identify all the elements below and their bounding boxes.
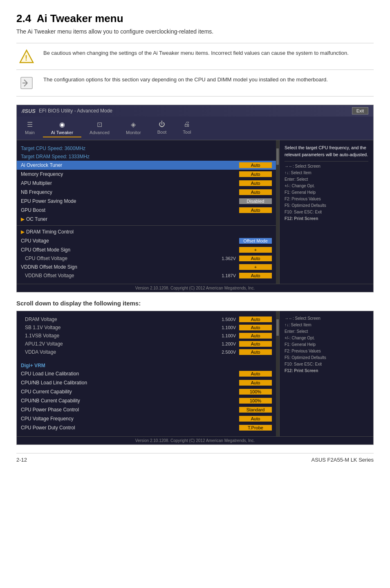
section-heading: Ai Tweaker menu [37,12,123,25]
section-description: The Ai Tweaker menu items allow you to c… [16,28,374,35]
vdda-voltage-col: 2.500V [190,350,239,355]
nb-frequency-row[interactable]: NB Frequency Auto [17,188,276,197]
dram-voltage-row[interactable]: DRAM Voltage 1.500V Auto [17,315,276,323]
nav-boot-label: Boot [157,130,167,135]
nav-monitor[interactable]: ◈ Monitor [118,119,149,137]
section-title: 2.4 Ai Tweaker menu [16,12,374,25]
cpu-nb-load-line-row[interactable]: CPU/NB Load Line Calibration Auto [17,378,276,387]
bios-scrollbar-2[interactable] [276,311,279,436]
main-icon: ☰ [27,121,33,128]
bios-title: EFI BIOS Utility - Advanced Mode [39,108,112,114]
info-notice: The configuration options for this secti… [16,70,374,97]
apu1-2v-row[interactable]: APU1.2V Voltage 1.200V Auto [17,340,276,348]
vsb-1-1v-label: 1.1VSB Voltage [25,333,190,339]
cpu-voltage-frequency-row[interactable]: CPU Voltage Frequency Auto [17,414,276,423]
cpu-voltage-frequency-label: CPU Voltage Frequency [21,416,239,422]
vdda-voltage-label: VDDA Voltage [25,349,190,355]
monitor-icon: ◈ [131,121,136,128]
vddnb-offset-mode-sign-value: + [239,264,272,270]
section-number: 2.4 [16,12,31,25]
cpu-current-capability-value: 100% [239,389,272,395]
tool-icon: 🖨 [184,121,190,128]
gpu-boost-row[interactable]: GPU Boost Auto [17,206,276,215]
nav-main[interactable]: ☰ Main [17,119,43,137]
scrollbar-thumb-2 [276,319,279,336]
apu-multiplier-row[interactable]: APU Multiplier Auto [17,179,276,188]
bios-body-2: DRAM Voltage 1.500V Auto SB 1.1V Voltage… [17,311,373,436]
bios-status-bar-1: Version 2.10.1208. Copyright (C) 2012 Am… [17,284,373,292]
apu1-2v-col: 1.200V [190,341,239,346]
advanced-icon: ⊡ [97,121,102,128]
cpu-offset-mode-sign-row[interactable]: CPU Offset Mode Sign + [17,245,276,254]
sb-1-1v-label: SB 1.1V Voltage [25,325,190,330]
bios-main-content: Target CPU Speed: 3600MHz Target DRAM Sp… [17,140,276,284]
sb-1-1v-row[interactable]: SB 1.1V Voltage 1.100V Auto [17,323,276,332]
oc-tuner-label: OC Tuner [26,216,272,222]
bios-sidebar-1: Select the target CPU frequency, and the… [279,140,373,284]
dram-timing-row[interactable]: ▶ DRAM Timing Control [17,227,276,236]
info-icon [16,76,37,90]
divider-1 [17,225,276,226]
vsb-1-1v-row[interactable]: 1.1VSB Voltage 1.100V Auto [17,332,276,340]
cpu-nb-current-capability-row[interactable]: CPU/NB Current Capability 100% [17,396,276,405]
cpu-nb-load-line-label: CPU/NB Load Line Calibration [21,380,239,386]
nav-tool[interactable]: 🖨 Tool [175,119,199,137]
cpu-offset-voltage-value: Auto [239,256,272,261]
cpu-voltage-label: CPU Voltage [21,238,239,244]
bios-sidebar-info: Select the target CPU frequency, and the… [285,144,368,158]
target-dram-speed: Target DRAM Speed: 1333MHz [17,153,276,161]
ai-overclock-tuner-label: Ai Overclock Tuner [21,162,239,168]
nav-boot[interactable]: ⏻ Boot [149,119,175,137]
bios-titlebar: /ISUS EFI BIOS Utility - Advanced Mode E… [17,105,373,117]
boot-icon: ⏻ [159,121,165,128]
vdda-voltage-row[interactable]: VDDA Voltage 2.500V Auto [17,348,276,356]
warning-text: Be cautious when changing the settings o… [43,49,349,57]
footer-page-number: 2-12 [16,457,27,463]
cpu-power-phase-control-label: CPU Power Phase Control [21,407,239,413]
cpu-current-capability-row[interactable]: CPU Current Capability 100% [17,387,276,396]
gpu-boost-label: GPU Boost [21,207,239,213]
asus-logo: /ISUS [22,108,36,114]
memory-frequency-row[interactable]: Memory Frequency Auto [17,170,276,179]
cpu-voltage-row[interactable]: CPU Voltage Offset Mode [17,236,276,245]
bios-body: Target CPU Speed: 3600MHz Target DRAM Sp… [17,140,373,284]
vddnb-offset-voltage-label: VDDNB Offset Voltage [25,273,190,278]
dram-voltage-label: DRAM Voltage [25,316,190,322]
page-footer: 2-12 ASUS F2A55-M LK Series [16,453,374,463]
cpu-nb-current-capability-label: CPU/NB Current Capability [21,398,239,404]
bios-scrollbar[interactable] [276,140,279,284]
vdda-voltage-value: Auto [239,349,272,355]
vddnb-offset-mode-sign-row[interactable]: VDDNB Offset Mode Sign + [17,263,276,272]
vsb-1-1v-value: Auto [239,333,272,339]
cpu-load-line-row[interactable]: CPU Load Line Calibration Auto [17,369,276,378]
vddnb-offset-voltage-row[interactable]: VDDNB Offset Voltage 1.187V Auto [17,272,276,280]
nav-ai-tweaker[interactable]: ◉ Ai Tweaker [43,119,81,137]
target-cpu-speed: Target CPU Speed: 3600MHz [17,144,276,153]
epu-power-saving-value: Disabled [239,198,272,204]
cpu-offset-voltage-row[interactable]: CPU Offset Voltage 1.362V Auto [17,254,276,263]
cpu-power-phase-control-value: Standard [239,407,272,413]
bios-sidebar-2: →←: Select Screen ↑↓: Select Item Enter:… [279,311,373,436]
cpu-offset-mode-sign-value: + [239,247,272,253]
dram-voltage-col: 1.500V [190,317,239,322]
bios-shortcuts-1: →←: Select Screen ↑↓: Select Item Enter:… [285,163,368,222]
bios-main-content-2: DRAM Voltage 1.500V Auto SB 1.1V Voltage… [17,311,276,436]
ai-overclock-tuner-value: Auto [239,162,272,168]
footer-product-name: ASUS F2A55-M LK Series [312,457,374,463]
cpu-power-phase-control-row[interactable]: CPU Power Phase Control Standard [17,405,276,414]
oc-tuner-row[interactable]: ▶ OC Tuner [17,215,276,224]
dram-voltage-value: Auto [239,316,272,322]
cpu-power-duty-control-row[interactable]: CPU Power Duty Control T.Probe [17,423,276,432]
ai-tweaker-icon: ◉ [59,121,65,128]
cpu-voltage-value: Offset Mode [239,238,272,244]
cpu-load-line-label: CPU Load Line Calibration [21,371,239,377]
nav-monitor-label: Monitor [126,130,141,135]
ai-overclock-tuner-row[interactable]: Ai Overclock Tuner Auto [17,161,276,170]
nav-advanced[interactable]: ⊡ Advanced [81,119,118,137]
epu-power-saving-row[interactable]: EPU Power Saving Mode Disabled [17,197,276,206]
warning-icon: ! [16,49,37,64]
bios-screenshot-1: /ISUS EFI BIOS Utility - Advanced Mode E… [16,105,374,292]
info-text: The configuration options for this secti… [43,76,328,84]
vddnb-offset-mode-sign-label: VDDNB Offset Mode Sign [21,264,239,270]
bios-exit-button[interactable]: Exit [352,107,368,114]
